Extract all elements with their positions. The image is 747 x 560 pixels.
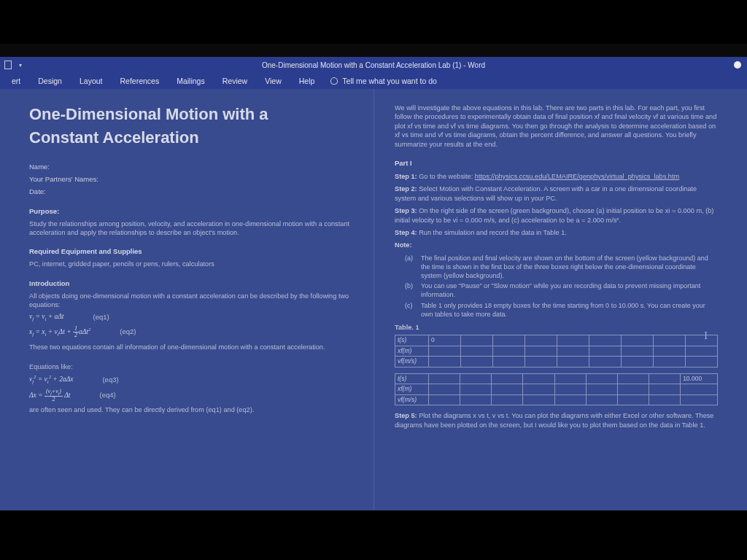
step-2: Step 2: Select Motion with Constant Acce… bbox=[395, 184, 718, 203]
ribbon-tabs: ert Design Layout References Mailings Re… bbox=[0, 73, 747, 89]
tab-design[interactable]: Design bbox=[29, 73, 71, 89]
step1-link[interactable]: https://physics.ccsu.edu/LEMAIRE/genphys… bbox=[475, 173, 679, 180]
tab-references[interactable]: References bbox=[111, 73, 168, 89]
step-3: Step 3: On the right side of the screen … bbox=[395, 206, 718, 225]
tab-insert-partial[interactable]: ert bbox=[3, 73, 29, 89]
eq-note: These two equations contain all informat… bbox=[29, 343, 353, 351]
lightbulb-icon bbox=[330, 77, 338, 85]
table-row: t(s)0 bbox=[395, 335, 718, 346]
tell-me-label: Tell me what you want to do bbox=[342, 77, 437, 85]
doc-icon bbox=[4, 61, 12, 69]
right-intro: We will investigate the above equations … bbox=[395, 104, 718, 149]
tab-mailings[interactable]: Mailings bbox=[168, 73, 214, 89]
table-row: xf(m) bbox=[395, 346, 718, 356]
part1-heading: Part I bbox=[395, 159, 718, 168]
note-list: (a)The final position and final velocity… bbox=[405, 254, 718, 319]
window-title: One-Dimensional Motion with a Constant A… bbox=[262, 61, 485, 69]
tab-help[interactable]: Help bbox=[290, 73, 324, 89]
equipment-heading: Required Equipment and Supplies bbox=[29, 247, 353, 257]
equation-1: vf = vi + aΔt (eq1) bbox=[29, 312, 353, 323]
qat-customize-icon[interactable]: ▾ bbox=[19, 62, 22, 69]
step-4: Step 4: Run the simulation and record th… bbox=[395, 228, 718, 237]
equation-3: vf2 = vi2 + 2aΔx (eq3) bbox=[29, 374, 353, 386]
date-label: Date: bbox=[29, 187, 353, 197]
table-caption: Table. 1 bbox=[395, 323, 718, 332]
text-cursor-icon: I bbox=[704, 330, 708, 343]
doc-title-line2: Constant Acceleration bbox=[29, 127, 353, 149]
table-1b: t(s)10.000 xf(m) vf(m/s) bbox=[395, 373, 718, 405]
table-row: xf(m) bbox=[395, 384, 718, 394]
equations-like: Equations like: bbox=[29, 362, 353, 371]
step-1: Step 1: Go to the website: https://physi… bbox=[395, 172, 718, 181]
document-area[interactable]: One-Dimensional Motion with a Constant A… bbox=[0, 89, 747, 510]
tab-layout[interactable]: Layout bbox=[71, 73, 112, 89]
equation-2: xf = xi + viΔt + 12aΔt2 (eq2) bbox=[29, 326, 353, 338]
table-1a: t(s)0 xf(m) vf(m/s) bbox=[395, 335, 718, 367]
introduction-body: All objects doing one-dimensional motion… bbox=[29, 292, 353, 310]
monitor-bezel bbox=[0, 44, 747, 57]
purpose-body: Study the relationships among position, … bbox=[29, 219, 353, 238]
equipment-body: PC, internet, gridded paper, pencils or … bbox=[29, 260, 353, 268]
table-row: t(s)10.000 bbox=[395, 373, 718, 384]
table-row: vf(m/s) bbox=[395, 394, 718, 405]
tell-me-search[interactable]: Tell me what you want to do bbox=[323, 77, 437, 85]
derive-note: are often seen and used. They can be dir… bbox=[29, 405, 353, 414]
tab-review[interactable]: Review bbox=[214, 73, 256, 89]
page-left-column: One-Dimensional Motion with a Constant A… bbox=[0, 89, 374, 510]
share-icon[interactable] bbox=[734, 61, 741, 69]
equation-4: Δx = (vf+vi)2 Δt (eq4) bbox=[29, 389, 353, 402]
name-label: Name: bbox=[29, 163, 353, 172]
purpose-heading: Purpose: bbox=[29, 207, 353, 217]
page-right-column: We will investigate the above equations … bbox=[374, 89, 747, 510]
table-row: vf(m/s) bbox=[395, 357, 718, 367]
title-bar: ▾ One-Dimensional Motion with a Constant… bbox=[0, 57, 747, 73]
tab-view[interactable]: View bbox=[256, 73, 290, 89]
partners-label: Your Partners' Names: bbox=[29, 175, 353, 184]
introduction-heading: Introduction bbox=[29, 279, 353, 289]
step-5: Step 5: Plot the diagrams x vs t, v vs t… bbox=[395, 411, 718, 429]
note-heading: Note: bbox=[395, 241, 718, 249]
doc-title-line1: One-Dimensional Motion with a bbox=[29, 104, 353, 125]
